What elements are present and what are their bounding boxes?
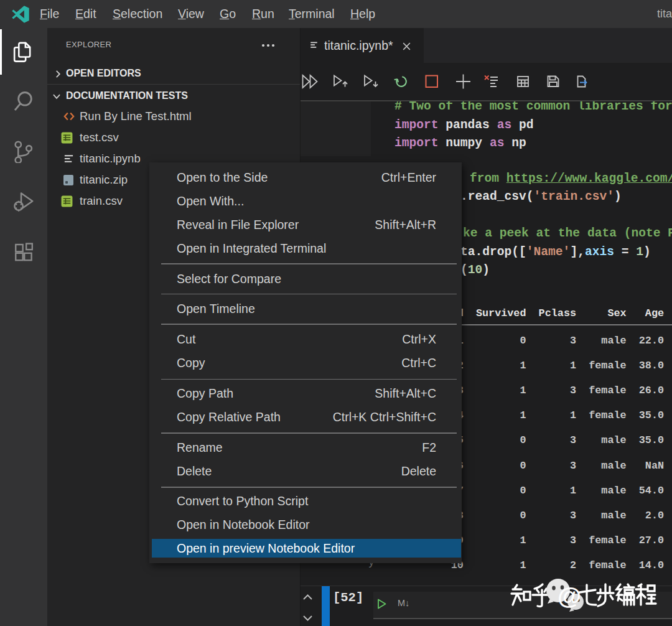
svg-text:@: @ xyxy=(558,582,581,609)
